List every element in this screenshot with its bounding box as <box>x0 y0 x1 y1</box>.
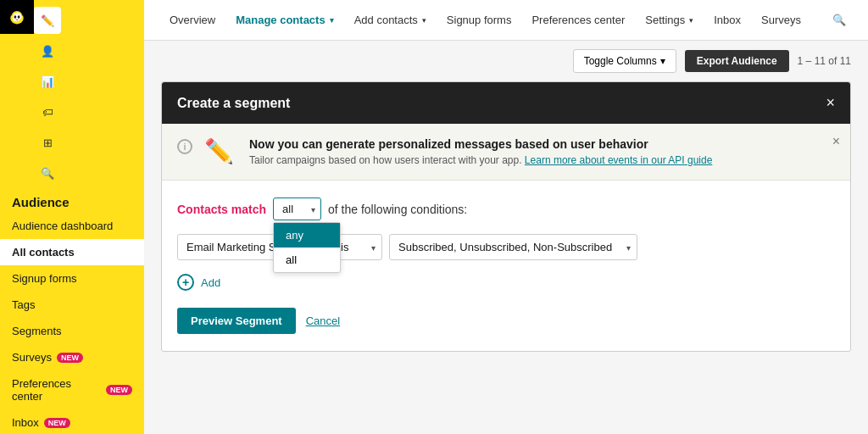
toggle-columns-chevron: ▾ <box>660 55 665 67</box>
sidebar-item-signup-forms[interactable]: Signup forms <box>0 265 144 292</box>
info-banner-description: Tailor campaigns based on how users inte… <box>249 154 835 166</box>
sidebar-item-label: Surveys <box>12 351 52 364</box>
dropdown-option-any[interactable]: any <box>274 223 340 248</box>
sidebar-item-segments[interactable]: Segments <box>0 318 144 344</box>
nav-preferences-center[interactable]: Preferences center <box>523 8 633 31</box>
sidebar-item-label: Signup forms <box>12 272 77 285</box>
segment-title: Create a segment <box>177 96 290 111</box>
toolbar: Toggle Columns ▾ Export Audience 1 – 11 … <box>144 41 868 81</box>
sidebar-item-label: Preferences center <box>12 377 101 403</box>
content-area: Create a segment × i ✏️ Now you can gene… <box>144 81 868 434</box>
search-icon[interactable]: 🔍 <box>827 8 851 31</box>
pagination-text: 1 – 11 of 11 <box>798 55 851 67</box>
info-banner: i ✏️ Now you can generate personalized m… <box>162 124 850 181</box>
svg-point-3 <box>18 15 20 19</box>
add-row: + Add <box>177 274 835 291</box>
info-banner-text: Now you can generate personalized messag… <box>249 137 835 166</box>
segment-panel: Create a segment × i ✏️ Now you can gene… <box>161 81 851 352</box>
export-audience-button[interactable]: Export Audience <box>685 50 789 72</box>
sidebar-item-label: Segments <box>12 325 62 337</box>
match-dropdown-wrapper: all any ▾ any all <box>273 198 321 220</box>
sidebar-person-icon[interactable]: 👤 <box>34 37 61 64</box>
api-guide-link[interactable]: Learn more about events in our API guide <box>525 154 712 166</box>
sidebar-item-inbox[interactable]: Inbox New <box>0 409 144 434</box>
sidebar-item-label: All contacts <box>12 246 75 259</box>
nav-inbox[interactable]: Inbox <box>705 8 749 31</box>
segment-header: Create a segment × <box>162 82 850 124</box>
info-banner-title: Now you can generate personalized messag… <box>249 137 835 151</box>
nav-surveys[interactable]: Surveys <box>753 8 810 31</box>
sidebar-grid-icon[interactable]: ⊞ <box>34 129 61 156</box>
toggle-columns-button[interactable]: Toggle Columns ▾ <box>573 49 676 73</box>
app-logo <box>0 0 34 34</box>
match-suffix: of the following conditions: <box>328 203 467 216</box>
sidebar-item-preferences-center[interactable]: Preferences center New <box>0 370 144 409</box>
inbox-badge: New <box>44 418 70 428</box>
contacts-match-label: Contacts match <box>177 203 266 216</box>
value-dropdown[interactable]: Subscribed, Unsubscribed, Non-Subscribed <box>389 234 637 260</box>
segment-body: Contacts match all any ▾ any all of <box>162 181 850 351</box>
sidebar-item-label: Audience dashboard <box>12 220 113 232</box>
svg-point-2 <box>14 15 17 19</box>
info-circle-icon: i <box>177 139 192 154</box>
match-dropdown[interactable]: all any <box>273 198 321 220</box>
segment-close-button[interactable]: × <box>826 94 835 112</box>
match-dropdown-menu: any all <box>273 222 341 273</box>
action-row: Preview Segment Cancel <box>177 308 835 334</box>
sidebar-chart-icon[interactable]: 📊 <box>34 68 61 95</box>
preview-segment-button[interactable]: Preview Segment <box>177 308 296 334</box>
add-contacts-chevron: ▾ <box>422 16 426 25</box>
sidebar-item-surveys[interactable]: Surveys New <box>0 344 144 370</box>
surveys-badge: New <box>57 353 83 363</box>
sidebar-item-label: Tags <box>12 298 35 311</box>
nav-add-contacts[interactable]: Add contacts ▾ <box>346 8 435 31</box>
sidebar: ✏️ 👤 📊 🏷 ⊞ 🔍 Audience Audience dashboard… <box>0 0 144 434</box>
sidebar-title: Audience <box>0 186 144 213</box>
nav-settings[interactable]: Settings ▾ <box>637 8 702 31</box>
value-dropdown-wrapper: Subscribed, Unsubscribed, Non-Subscribed… <box>389 234 637 260</box>
add-label[interactable]: Add <box>201 276 220 289</box>
contacts-match-row: Contacts match all any ▾ any all of <box>177 198 835 220</box>
main-content: Overview Manage contacts ▾ Add contacts … <box>144 0 868 434</box>
sidebar-nav: Audience dashboard All contacts Signup f… <box>0 213 144 434</box>
nav-manage-contacts[interactable]: Manage contacts ▾ <box>227 8 342 31</box>
sidebar-search-icon[interactable]: 🔍 <box>34 159 61 186</box>
dropdown-option-all[interactable]: all <box>274 248 340 272</box>
manage-contacts-chevron: ▾ <box>330 16 334 25</box>
info-banner-close-button[interactable]: × <box>832 134 840 149</box>
sidebar-tag-icon[interactable]: 🏷 <box>34 98 61 125</box>
nav-signup-forms[interactable]: Signup forms <box>438 8 520 31</box>
pencil-decorative-icon: ✏️ <box>204 137 234 165</box>
top-nav: Overview Manage contacts ▾ Add contacts … <box>144 0 868 41</box>
add-circle-icon: + <box>177 274 194 291</box>
sidebar-item-all-contacts[interactable]: All contacts <box>0 239 144 265</box>
nav-overview[interactable]: Overview <box>161 8 224 31</box>
preferences-badge: New <box>106 385 132 395</box>
sidebar-edit-icon[interactable]: ✏️ <box>34 7 61 34</box>
settings-chevron: ▾ <box>689 16 693 25</box>
cancel-button[interactable]: Cancel <box>306 314 340 327</box>
sidebar-item-tags[interactable]: Tags <box>0 292 144 318</box>
sidebar-item-audience-dashboard[interactable]: Audience dashboard <box>0 213 144 239</box>
sidebar-item-label: Inbox <box>12 416 39 429</box>
